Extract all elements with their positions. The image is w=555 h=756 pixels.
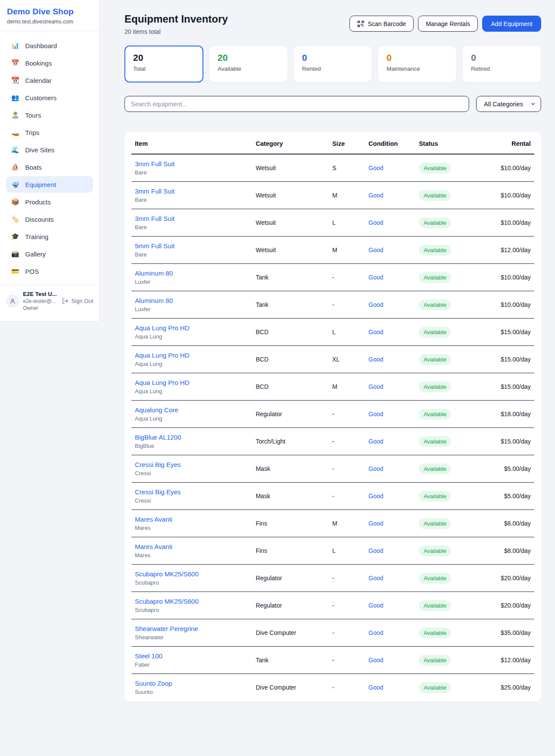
item-name-link[interactable]: Scubapro MK25/S600 [135, 570, 249, 578]
col-header-size: Size [329, 133, 365, 154]
item-name-link[interactable]: Shearwater Peregrine [135, 625, 249, 632]
item-rental-rate: $20.00/day [501, 575, 531, 582]
item-name-link[interactable]: Aqua Lung Pro HD [135, 324, 249, 332]
sidebar-item-dive-sites[interactable]: 🌊 Dive Sites [6, 141, 93, 158]
item-brand: Luxfer [135, 306, 249, 312]
status-badge: Available [419, 272, 451, 283]
item-name-link[interactable]: Aluminum 80 [135, 297, 249, 304]
table-row: Suunto Zoop Suunto Dive Computer - Good … [131, 674, 534, 701]
table-row: Mares Avanti Mares Fins L Good Available… [131, 537, 534, 565]
category-select[interactable]: All Categories [476, 96, 541, 112]
sign-out-label: Sign Out [71, 298, 93, 304]
stat-card-available[interactable]: 20 Available [209, 46, 288, 82]
sidebar-item-label: Gallery [25, 250, 46, 258]
sidebar-item-pos[interactable]: 💳 POS [6, 263, 93, 279]
stat-value: 20 [133, 53, 195, 63]
header-actions: Scan Barcode Manage Rentals Add Equipmen… [349, 16, 541, 32]
item-condition-link[interactable]: Good [369, 356, 383, 363]
table-row: Scubapro MK25/S600 Scubapro Regulator - … [131, 592, 534, 619]
item-condition-link[interactable]: Good [369, 602, 383, 609]
item-name-link[interactable]: Aqualung Core [135, 406, 249, 414]
page-title: Equipment Inventory [124, 13, 228, 25]
sidebar-item-gallery[interactable]: 📸 Gallery [6, 246, 93, 262]
item-condition-link[interactable]: Good [369, 684, 383, 691]
item-name-link[interactable]: Cressi Big Eyes [135, 488, 249, 496]
stat-label: Retired [471, 66, 532, 72]
item-rental-rate: $35.00/day [501, 629, 531, 636]
status-badge: Available [419, 518, 451, 529]
item-size: - [332, 602, 334, 609]
item-condition-link[interactable]: Good [369, 411, 383, 417]
sidebar-item-discounts[interactable]: 🏷️ Discounts [6, 211, 93, 227]
sidebar-item-products[interactable]: 📦 Products [6, 194, 93, 210]
sidebar-item-bookings[interactable]: 📅 Bookings [6, 55, 93, 71]
col-header-item: Item [131, 133, 252, 154]
item-condition-link[interactable]: Good [369, 164, 383, 171]
item-name-link[interactable]: Aqua Lung Pro HD [135, 352, 249, 359]
item-name-link[interactable]: Aluminum 80 [135, 270, 249, 277]
item-condition-link[interactable]: Good [369, 219, 383, 226]
sidebar-item-training[interactable]: 🎓 Training [6, 228, 93, 245]
item-category: Fins [256, 520, 267, 527]
item-category: Dive Computer [256, 629, 296, 636]
item-rental-rate: $25.00/day [501, 684, 531, 691]
page-header: Equipment Inventory 20 items total Scan … [124, 13, 541, 35]
item-name-link[interactable]: Scubapro MK25/S600 [135, 598, 249, 605]
table-row: Aqua Lung Pro HD Aqua Lung BCD L Good Av… [131, 319, 534, 346]
sidebar-item-label: Dive Sites [25, 146, 55, 154]
speedboat-icon: 🚤 [11, 128, 20, 136]
manage-rentals-button[interactable]: Manage Rentals [418, 16, 478, 32]
sidebar-item-customers[interactable]: 👥 Customers [6, 89, 93, 106]
sidebar-item-label: Tours [25, 112, 41, 119]
sidebar-item-equipment[interactable]: 🤿 Equipment [6, 176, 93, 193]
item-condition-link[interactable]: Good [369, 383, 383, 390]
stat-card-maintenance[interactable]: 0 Maintenance [378, 46, 457, 82]
item-name-link[interactable]: 3mm Full Suit [135, 187, 249, 195]
sidebar-item-boats[interactable]: ⛵ Boats [6, 159, 93, 175]
item-name-link[interactable]: 3mm Full Suit [135, 215, 249, 222]
stat-card-rented[interactable]: 0 Rented [294, 46, 372, 82]
status-badge: Available [419, 381, 451, 392]
item-condition-link[interactable]: Good [369, 247, 383, 253]
sidebar-item-tours[interactable]: 🏝️ Tours [6, 107, 93, 123]
item-name-link[interactable]: Cressi Big Eyes [135, 461, 249, 468]
stat-card-total[interactable]: 20 Total [124, 46, 203, 82]
item-name-link[interactable]: Suunto Zoop [135, 680, 249, 687]
user-role: Owner [23, 305, 58, 311]
item-category: Tank [256, 301, 269, 308]
sidebar-item-calendar[interactable]: 📆 Calendar [6, 72, 93, 89]
item-name-link[interactable]: 5mm Full Suit [135, 242, 249, 250]
item-rental-rate: $8.00/day [504, 520, 531, 527]
item-condition-link[interactable]: Good [369, 274, 383, 281]
sidebar-item-trips[interactable]: 🚤 Trips [6, 124, 93, 141]
item-condition-link[interactable]: Good [369, 547, 383, 554]
item-condition-link[interactable]: Good [369, 575, 383, 582]
item-condition-link[interactable]: Good [369, 438, 383, 445]
item-condition-link[interactable]: Good [369, 520, 383, 527]
item-name-link[interactable]: Aqua Lung Pro HD [135, 379, 249, 386]
item-name-link[interactable]: Steel 100 [135, 652, 249, 660]
sidebar: Demo Dive Shop demo.test.divestreams.com… [0, 0, 100, 322]
add-equipment-button[interactable]: Add Equipment [482, 16, 541, 32]
item-condition-link[interactable]: Good [369, 301, 383, 308]
item-condition-link[interactable]: Good [369, 465, 383, 472]
search-input[interactable] [124, 96, 469, 112]
item-name-link[interactable]: 3mm Full Suit [135, 160, 249, 168]
item-condition-link[interactable]: Good [369, 629, 383, 636]
item-condition-link[interactable]: Good [369, 192, 383, 199]
item-name-link[interactable]: BigBlue AL1200 [135, 434, 249, 441]
item-condition-link[interactable]: Good [369, 329, 383, 335]
scan-barcode-button[interactable]: Scan Barcode [349, 16, 414, 32]
item-brand: BigBlue [135, 443, 249, 449]
item-name-link[interactable]: Mares Avanti [135, 516, 249, 523]
item-brand: Aqua Lung [135, 361, 249, 367]
item-condition-link[interactable]: Good [369, 493, 383, 500]
table-row: Aqua Lung Pro HD Aqua Lung BCD XL Good A… [131, 346, 534, 373]
sidebar-item-dashboard[interactable]: 📊 Dashboard [6, 37, 93, 54]
item-condition-link[interactable]: Good [369, 657, 383, 664]
item-size: M [332, 247, 337, 253]
stat-card-retired[interactable]: 0 Retired [462, 46, 541, 82]
col-header-category: Category [252, 133, 329, 154]
item-name-link[interactable]: Mares Avanti [135, 543, 249, 550]
sign-out-button[interactable]: Sign Out [62, 298, 93, 304]
